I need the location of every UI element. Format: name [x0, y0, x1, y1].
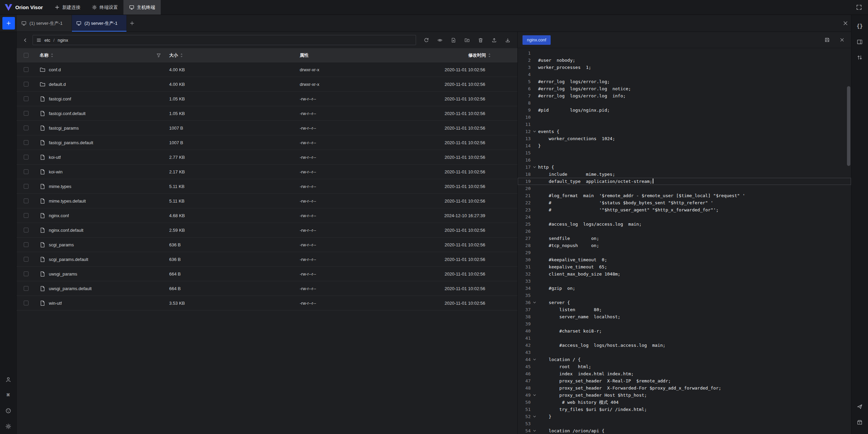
- row-checkbox[interactable]: [24, 111, 28, 116]
- file-row[interactable]: mime.types5.11 KB-rw-r--r--2020-11-01 10…: [17, 179, 517, 194]
- file-row[interactable]: koi-win2.17 KB-rw-r--r--2020-11-01 10:02…: [17, 165, 517, 179]
- refresh-button[interactable]: [422, 36, 431, 44]
- row-checkbox[interactable]: [24, 140, 28, 145]
- code-line-6[interactable]: 6#error_log logs/error.log notice;: [518, 85, 851, 92]
- settings-button[interactable]: [3, 421, 13, 431]
- file-row[interactable]: scgi_params636 B-rw-r--r--2020-11-01 10:…: [17, 238, 517, 252]
- code-line-16[interactable]: 16: [518, 156, 851, 164]
- code-line-33[interactable]: 33: [518, 278, 851, 285]
- file-name[interactable]: scgi_params.default: [49, 257, 88, 262]
- code-line-19[interactable]: 19 default_type application/octet-stream…: [518, 178, 851, 185]
- file-row[interactable]: fastcgi.conf.default1.05 KB-rw-r--r--202…: [17, 106, 517, 121]
- file-row[interactable]: default.d4.00 KBdrwxr-xr-x2020-11-01 10:…: [17, 77, 517, 92]
- file-row[interactable]: koi-utf2.77 KB-rw-r--r--2020-11-01 10:02…: [17, 150, 517, 165]
- code-line-1[interactable]: 1: [518, 50, 851, 57]
- file-row[interactable]: uwsgi_params664 B-rw-r--r--2020-11-01 10…: [17, 267, 517, 281]
- row-checkbox[interactable]: [24, 96, 28, 101]
- row-checkbox[interactable]: [24, 271, 28, 276]
- select-all-checkbox[interactable]: [24, 53, 28, 58]
- code-line-32[interactable]: 32 client_max_body_size 1048m;: [518, 270, 851, 278]
- download-button[interactable]: [503, 36, 512, 44]
- row-checkbox[interactable]: [24, 199, 28, 203]
- code-line-35[interactable]: 35: [518, 292, 851, 299]
- file-name[interactable]: default.d: [49, 82, 66, 87]
- file-row[interactable]: nginx.conf.default2.59 KB-rw-r--r--2020-…: [17, 223, 517, 238]
- code-line-27[interactable]: 27 sendfile on;: [518, 235, 851, 242]
- fold-toggle[interactable]: [531, 358, 538, 361]
- row-checkbox[interactable]: [24, 184, 28, 189]
- file-row[interactable]: fastcgi_params1007 B-rw-r--r--2020-11-01…: [17, 121, 517, 135]
- fold-toggle[interactable]: [531, 429, 538, 433]
- row-checkbox[interactable]: [24, 301, 28, 305]
- code-line-29[interactable]: 29: [518, 249, 851, 256]
- fullscreen-icon[interactable]: [856, 4, 862, 10]
- code-line-36[interactable]: 36 server {: [518, 299, 851, 306]
- row-checkbox[interactable]: [24, 67, 28, 72]
- code-line-39[interactable]: 39: [518, 320, 851, 327]
- file-name[interactable]: koi-win: [49, 169, 62, 174]
- file-name[interactable]: fastcgi_params.default: [49, 140, 93, 145]
- code-line-13[interactable]: 13 worker_connections 1024;: [518, 135, 851, 142]
- code-line-41[interactable]: 41: [518, 335, 851, 342]
- file-row[interactable]: uwsgi_params.default664 B-rw-r--r--2020-…: [17, 281, 517, 296]
- user-info-button[interactable]: [3, 374, 13, 384]
- new-terminal-button[interactable]: [2, 17, 15, 30]
- code-line-40[interactable]: 40 #charset koi8-r;: [518, 327, 851, 335]
- editor-scrollbar[interactable]: [847, 86, 850, 166]
- code-line-18[interactable]: 18 include mime.types;: [518, 171, 851, 178]
- code-line-5[interactable]: 5#error_log logs/error.log;: [518, 78, 851, 85]
- code-line-14[interactable]: 14}: [518, 142, 851, 149]
- code-line-34[interactable]: 34 #gzip on;: [518, 285, 851, 292]
- save-button[interactable]: [823, 36, 831, 44]
- show-hidden-button[interactable]: [435, 36, 444, 44]
- close-panel-button[interactable]: [840, 15, 851, 32]
- row-checkbox[interactable]: [24, 257, 28, 262]
- row-checkbox[interactable]: [24, 213, 28, 218]
- code-line-37[interactable]: 37 listen 80;: [518, 306, 851, 313]
- code-line-7[interactable]: 7#error_log logs/error.log info;: [518, 92, 851, 99]
- file-name[interactable]: mime.types: [49, 184, 71, 189]
- file-name[interactable]: fastcgi.conf: [49, 96, 71, 101]
- row-checkbox[interactable]: [24, 228, 28, 232]
- file-name[interactable]: fastcgi.conf.default: [49, 111, 85, 116]
- sort-carets-icon[interactable]: [488, 53, 491, 58]
- code-line-54[interactable]: 54 location /orion/api {: [518, 427, 851, 434]
- code-line-3[interactable]: 3worker_processes 1;: [518, 64, 851, 71]
- file-row[interactable]: fastcgi_params.default1007 B-rw-r--r--20…: [17, 135, 517, 150]
- file-name[interactable]: scgi_params: [49, 242, 74, 247]
- fold-toggle[interactable]: [531, 130, 538, 133]
- code-line-25[interactable]: 25 #access_log logs/access.log main;: [518, 221, 851, 228]
- transfer-list-button[interactable]: [855, 52, 865, 62]
- code-line-47[interactable]: 47 proxy_set_header X-Real-IP $remote_ad…: [518, 377, 851, 384]
- theme-button[interactable]: [3, 405, 13, 416]
- file-name[interactable]: uwsgi_params: [49, 271, 77, 277]
- file-row[interactable]: nginx.conf4.68 KB-rw-r--r--2024-12-10 16…: [17, 208, 517, 223]
- code-line-46[interactable]: 46 index index.html index.htm;: [518, 370, 851, 377]
- code-line-45[interactable]: 45 root html;: [518, 363, 851, 370]
- code-line-30[interactable]: 30 #keepalive_timeout 0;: [518, 256, 851, 263]
- editor-file-tab[interactable]: nginx.conf: [522, 35, 551, 45]
- code-line-22[interactable]: 22 # '$status $body_bytes_sent "$http_re…: [518, 199, 851, 206]
- delete-button[interactable]: [476, 36, 485, 44]
- back-button[interactable]: [21, 36, 29, 44]
- menu-terminal-settings[interactable]: 终端设置: [86, 0, 123, 15]
- add-tab-button[interactable]: [127, 15, 137, 32]
- file-name[interactable]: nginx.conf.default: [49, 228, 83, 233]
- code-line-26[interactable]: 26: [518, 228, 851, 235]
- row-checkbox[interactable]: [24, 155, 28, 159]
- code-line-48[interactable]: 48 proxy_set_header X-Forwarded-For $pro…: [518, 384, 851, 392]
- code-line-2[interactable]: 2#user nobody;: [518, 57, 851, 64]
- code-line-17[interactable]: 17http {: [518, 164, 851, 171]
- code-line-28[interactable]: 28 #tcp_nopush on;: [518, 242, 851, 249]
- code-line-9[interactable]: 9#pid logs/nginx.pid;: [518, 107, 851, 114]
- fold-toggle[interactable]: [531, 301, 538, 304]
- sftp-panel-button[interactable]: [855, 37, 865, 47]
- fold-toggle[interactable]: [531, 393, 538, 397]
- fold-toggle[interactable]: [531, 165, 538, 169]
- code-line-10[interactable]: 10: [518, 114, 851, 121]
- sort-carets-icon[interactable]: [51, 53, 54, 58]
- send-command-button[interactable]: [855, 401, 865, 412]
- list-icon[interactable]: [36, 38, 41, 43]
- code-line-49[interactable]: 49 proxy_set_header Host $http_host;: [518, 392, 851, 399]
- code-line-12[interactable]: 12events {: [518, 128, 851, 135]
